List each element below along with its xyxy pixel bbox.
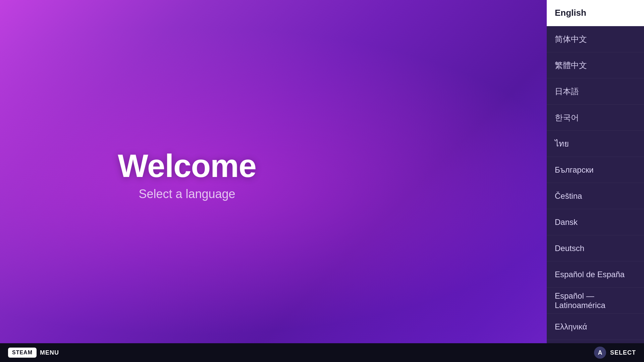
language-label-german: Deutsch [555, 244, 584, 253]
language-item-czech[interactable]: Čeština [547, 183, 644, 209]
language-panel: English简体中文繁體中文日本語한국어ไทยБългарскиČeština… [547, 0, 644, 349]
language-label-spanish-spain: Español de España [555, 270, 625, 279]
language-label-bulgarian: Български [555, 165, 594, 175]
language-item-korean[interactable]: 한국어 [547, 105, 644, 131]
bottom-bar: STEAM MENU A SELECT [0, 343, 644, 362]
language-label-greek: Ελληνικά [555, 322, 587, 331]
language-label-czech: Čeština [555, 191, 582, 201]
select-label: SELECT [610, 349, 636, 356]
a-button-icon: A [594, 347, 606, 359]
language-item-english[interactable]: English [547, 0, 644, 26]
language-label-traditional-chinese: 繁體中文 [555, 60, 587, 71]
language-item-danish[interactable]: Dansk [547, 209, 644, 235]
language-item-thai[interactable]: ไทย [547, 131, 644, 157]
language-label-spanish-latam: Español — Latinoamérica [555, 291, 636, 310]
menu-label: MENU [40, 349, 59, 356]
steam-menu-area: STEAM MENU [8, 348, 59, 358]
steam-badge: STEAM [8, 348, 37, 358]
language-label-japanese: 日本語 [555, 86, 579, 97]
language-item-german[interactable]: Deutsch [547, 235, 644, 261]
language-item-greek[interactable]: Ελληνικά [547, 314, 644, 340]
welcome-area: Welcome Select a language [0, 0, 374, 349]
language-label-danish: Dansk [555, 218, 578, 227]
language-item-bulgarian[interactable]: Български [547, 157, 644, 183]
welcome-subtitle: Select a language [139, 187, 235, 201]
language-item-spanish-latam[interactable]: Español — Latinoamérica [547, 288, 644, 314]
language-label-korean: 한국어 [555, 112, 579, 123]
select-area: A SELECT [594, 347, 636, 359]
language-label-thai: ไทย [555, 137, 569, 150]
language-label-simplified-chinese: 简体中文 [555, 34, 587, 45]
language-item-simplified-chinese[interactable]: 简体中文 [547, 26, 644, 52]
language-item-spanish-spain[interactable]: Español de España [547, 261, 644, 288]
language-label-english: English [555, 8, 586, 18]
welcome-title: Welcome [118, 147, 256, 184]
language-item-traditional-chinese[interactable]: 繁體中文 [547, 52, 644, 78]
language-item-japanese[interactable]: 日本語 [547, 78, 644, 105]
